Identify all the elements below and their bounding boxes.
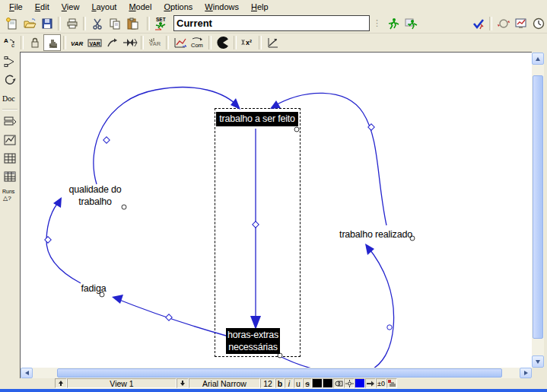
underline-label: u [296, 379, 301, 388]
scroll-left-button[interactable] [21, 368, 33, 378]
clock-icon [532, 17, 545, 30]
node-horas-extras-necessarias[interactable]: horas-extras necessárias [226, 328, 280, 354]
move-size-tool-button[interactable] [43, 34, 61, 51]
scroll-down-button[interactable] [532, 355, 544, 368]
causes-strip-button[interactable] [1, 113, 19, 130]
reference-mode-tool-button[interactable] [264, 34, 281, 51]
simulation-clock-button[interactable] [530, 15, 547, 32]
model-structure-button[interactable] [495, 15, 512, 32]
italic-button[interactable]: i [285, 378, 294, 388]
equations-tool-button[interactable]: x² [239, 34, 256, 51]
down-arrow-icon [536, 360, 540, 364]
run-name-field[interactable]: Current [173, 15, 370, 31]
menu-model[interactable]: Model [122, 1, 157, 13]
comment-tool-button[interactable]: Com [189, 34, 206, 51]
check-model-button[interactable] [469, 15, 487, 32]
font-size-cell[interactable]: 12 [260, 378, 275, 388]
graph-button[interactable] [1, 131, 19, 148]
view-up-button[interactable] [55, 378, 67, 388]
scroll-right-button[interactable] [520, 368, 532, 378]
copy-button[interactable] [106, 15, 123, 32]
node-trabalho-realizado[interactable]: trabalho realizado [338, 228, 414, 241]
toolbar-separator [141, 36, 144, 49]
vensim-window: File Edit View Layout Model Options Wind… [0, 0, 547, 392]
polarity-selector[interactable]: ±0 [376, 378, 386, 388]
runs-compare-button[interactable]: Runs △? [1, 186, 19, 203]
window-bottom-border [0, 389, 547, 392]
horizontal-scrollbar[interactable] [21, 368, 532, 378]
causes-tree-button[interactable] [1, 53, 19, 70]
node-label-line2: trabalho [65, 196, 126, 208]
setup-simulation-button[interactable]: SET [152, 15, 172, 32]
print-button[interactable] [63, 15, 81, 32]
menu-edit[interactable]: Edit [29, 1, 56, 13]
scroll-up-button[interactable] [532, 53, 544, 65]
selection-rectangle[interactable] [215, 108, 301, 357]
menu-help[interactable]: Help [245, 1, 275, 13]
new-model-button[interactable] [3, 15, 21, 32]
run-simulation-button[interactable] [384, 15, 402, 32]
box-variable-icon: VAR [87, 36, 103, 49]
rate-valve-icon [122, 36, 138, 49]
variable-tool-button[interactable]: VAR [68, 34, 86, 51]
open-model-button[interactable] [21, 15, 38, 32]
main-toolbar: SET Current ⋮ [0, 14, 547, 33]
output-windows-button[interactable] [512, 15, 530, 32]
node-trabalho-a-ser-feito[interactable]: trabalho a ser feito [216, 112, 298, 126]
bold-button[interactable]: b [275, 378, 285, 388]
svg-text:△?: △? [3, 195, 11, 202]
node-label-line1: horas-extras [226, 329, 280, 341]
text-color-swatch[interactable] [312, 378, 323, 388]
position-selector[interactable] [344, 378, 355, 388]
view-name-cell[interactable]: View 1 [67, 378, 177, 388]
document-button[interactable]: Doc [1, 89, 19, 107]
table-time-icon [3, 170, 17, 183]
check-runner-icon [472, 17, 485, 30]
font-name-cell[interactable]: Arial Narrow [189, 378, 260, 388]
paste-button[interactable] [123, 15, 141, 32]
node-label: fadiga [81, 283, 107, 294]
rate-tool-button[interactable] [121, 34, 138, 51]
vertical-scrollbar[interactable] [532, 53, 544, 368]
arrow-tool-button[interactable] [103, 34, 121, 51]
menu-file[interactable]: File [3, 1, 29, 13]
shape-selector[interactable] [333, 378, 344, 388]
shadow-variable-tool-button[interactable]: VAR [146, 34, 164, 51]
box-variable-tool-button[interactable]: VAR [86, 34, 103, 51]
menu-view[interactable]: View [56, 1, 86, 13]
save-model-button[interactable] [38, 15, 56, 32]
save-floppy-icon [40, 17, 54, 30]
delete-tool-button[interactable] [214, 34, 231, 51]
underline-button[interactable]: u [294, 378, 303, 388]
node-qualidade-do-trabalho[interactable]: qualidade do trabalho [65, 183, 126, 208]
synthesim-button[interactable] [402, 15, 419, 32]
input-output-tool-button[interactable] [171, 34, 189, 51]
font-name: Arial Narrow [202, 379, 246, 388]
paste-clipboard-icon [126, 17, 139, 30]
view-down-button[interactable] [177, 378, 189, 388]
menu-layout[interactable]: Layout [85, 1, 122, 13]
hand-icon [46, 36, 59, 49]
cut-button[interactable] [88, 15, 106, 32]
menu-options[interactable]: Options [157, 1, 199, 13]
toolbar-grip: ⋮ [373, 18, 381, 28]
table-button[interactable] [1, 149, 19, 167]
arrow-width-selector[interactable] [365, 378, 376, 388]
horizontal-scroll-thumb[interactable] [57, 368, 502, 378]
arrow-color-swatch[interactable] [355, 378, 365, 388]
vertical-scroll-thumb[interactable] [533, 75, 543, 339]
svg-text:Runs: Runs [2, 189, 15, 194]
node-fadiga[interactable]: fadiga [78, 282, 110, 295]
table-time-button[interactable] [1, 167, 19, 185]
loops-button[interactable] [1, 71, 19, 88]
hide-level-selector[interactable] [386, 378, 397, 388]
lock-tool-button[interactable] [26, 34, 43, 51]
shape-icon [335, 380, 343, 387]
strikethrough-button[interactable]: s [303, 378, 312, 388]
set-runner-icon: SET [154, 16, 170, 31]
menu-windows[interactable]: Windows [199, 1, 245, 13]
up-arrow-icon [536, 57, 540, 61]
background-color-swatch[interactable] [323, 378, 333, 388]
pointer-tool-button[interactable]: A c [1, 34, 18, 51]
loops-icon [3, 73, 17, 87]
